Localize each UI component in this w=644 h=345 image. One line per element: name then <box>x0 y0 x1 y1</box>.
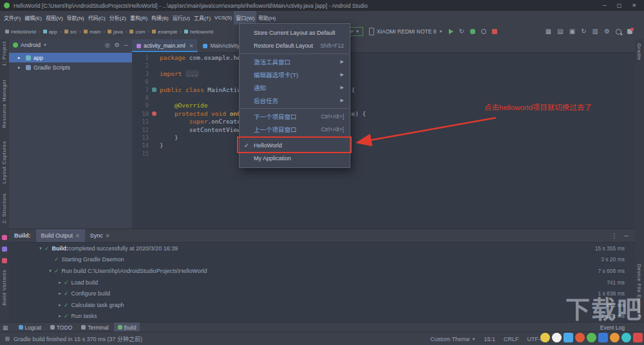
apply-changes-button[interactable]: ↻ <box>459 28 464 35</box>
minimize-button[interactable]: ─ <box>603 3 607 8</box>
device-manager-icon[interactable]: ▤ <box>557 28 563 35</box>
taskbar-app-icon[interactable] <box>610 333 620 342</box>
close-icon[interactable]: ✕ <box>189 43 194 49</box>
menubar-item[interactable]: 分析(Z) <box>108 11 128 24</box>
menu-item-store-current-layout-as-default[interactable]: Store Current Layout as Default <box>240 26 350 39</box>
menu-item--[interactable]: 后台任务▶ <box>240 94 350 107</box>
build-tree-row[interactable]: ▾✓Run build C:\Users\hp\AndroidStudioPro… <box>9 265 635 277</box>
taskbar-app-icon[interactable] <box>575 333 585 342</box>
menubar-item[interactable]: 视图(V) <box>44 11 65 24</box>
build-window-icon[interactable] <box>2 247 7 252</box>
menubar-item[interactable]: 帮助(H) <box>256 11 278 24</box>
avd-manager-icon[interactable]: ▣ <box>569 28 575 35</box>
settings-gear-icon[interactable]: ⚙ <box>604 28 610 35</box>
scope-icon[interactable]: ◎ <box>105 42 110 48</box>
expander-icon[interactable]: ▸ <box>57 303 63 308</box>
breadcrumb-item[interactable]: helloworld <box>190 29 213 35</box>
chevron-right-icon[interactable]: ▸ <box>18 65 23 70</box>
menu-item--[interactable]: 激活工具窗口▶ <box>240 55 350 68</box>
gradle-sync-icon[interactable]: ↻ <box>581 28 586 35</box>
build-tree-row[interactable]: ▾✓Build: completed successfully at 2020/… <box>9 243 635 254</box>
expander-icon[interactable]: ▾ <box>37 246 44 251</box>
menubar-item[interactable]: VCS(S) <box>213 11 234 24</box>
taskbar-app-icon[interactable] <box>587 333 596 342</box>
status-widget[interactable]: CRLF <box>504 336 519 342</box>
breadcrumb-item[interactable]: HelloWorld <box>11 29 36 35</box>
menubar-item[interactable]: 导航(N) <box>65 11 86 24</box>
status-widget[interactable]: Custom Theme▼ <box>430 336 475 342</box>
close-icon[interactable]: ✕ <box>106 233 110 239</box>
project-tree-item[interactable]: ▸app <box>9 53 132 62</box>
toolstrip-tab-build-variants[interactable]: Build Variants <box>1 270 7 306</box>
taskbar-app-icon[interactable] <box>564 333 573 342</box>
close-icon[interactable]: ✕ <box>75 233 80 239</box>
build-tree-row[interactable]: ✓Starting Gradle Daemon3 s 20 ms <box>9 254 635 266</box>
taskbar-app-icon[interactable] <box>540 333 550 342</box>
breadcrumb-item[interactable]: src <box>70 29 77 35</box>
menu-item-restore-default-layout[interactable]: Restore Default LayoutShift+F12 <box>240 39 350 52</box>
expander-icon[interactable]: ▸ <box>57 280 63 285</box>
taskbar-app-icon[interactable] <box>598 333 608 342</box>
tool-window-button-logcat[interactable]: Logcat <box>15 322 46 332</box>
build-tab[interactable]: Sync✕ <box>85 229 115 242</box>
debug-button[interactable] <box>470 29 475 34</box>
stop-button[interactable] <box>492 29 497 34</box>
toolstrip-tab-gradle[interactable]: Gradle <box>636 43 642 61</box>
taskbar-app-icon[interactable] <box>633 333 643 342</box>
device-selector[interactable]: XIAOMI REDMI NOTE 8 ▼ <box>369 28 443 35</box>
chevron-right-icon[interactable]: ▸ <box>18 55 23 61</box>
toolstrip-tab-layout-captures[interactable]: Layout Captures <box>1 141 7 183</box>
tool-window-button-terminal[interactable]: Terminal <box>77 322 112 332</box>
breadcrumb-item[interactable]: main <box>90 29 100 35</box>
toolstrip-tab-2-structure[interactable]: 2: Structure <box>1 193 7 223</box>
menubar-item[interactable]: 工具(T) <box>192 11 213 24</box>
menubar-item[interactable]: 运行(U) <box>171 11 192 24</box>
menu-item--[interactable]: 下一个项目窗口Ctrl+Alt+] <box>240 110 350 123</box>
search-icon[interactable] <box>616 29 621 35</box>
status-widget[interactable]: 15:1 <box>484 336 495 342</box>
tool-window-button-todo[interactable]: TODO <box>46 322 76 332</box>
notifications-icon[interactable] <box>627 29 632 34</box>
toolstrip-tab-resource-manager[interactable]: Resource Manager <box>1 79 7 128</box>
build-tree-row[interactable]: ▸✓Run tasks1 s 71 ms <box>9 311 635 322</box>
build-tree-row[interactable]: ▸✓Configure build1 s 838 ms <box>9 288 635 299</box>
run-button[interactable] <box>449 29 453 34</box>
more-options-icon[interactable]: ⋮ <box>611 232 618 239</box>
breadcrumb-item[interactable]: example <box>158 29 177 35</box>
tool-window-button-build[interactable]: Build <box>114 322 140 332</box>
event-log-button[interactable]: Event Log <box>600 324 641 331</box>
profiler-tab-icon[interactable] <box>2 258 7 263</box>
build-tree-row[interactable]: ▸✓Calculate task graph862 ms <box>9 299 635 311</box>
taskbar-app-icon[interactable] <box>552 333 562 342</box>
menubar-item[interactable]: 编辑(E) <box>23 11 44 24</box>
breadcrumb-item[interactable]: java <box>113 29 123 35</box>
menu-item--t-[interactable]: 编辑器选项卡(T)▶ <box>240 68 350 81</box>
editor-tab[interactable]: activity_main.xml✕ <box>132 39 198 52</box>
sdk-manager-icon[interactable]: ▥ <box>592 28 598 35</box>
toolstrip-tab-1-project[interactable]: 1: Project <box>1 41 7 66</box>
expander-icon[interactable]: ▾ <box>47 268 53 274</box>
hide-panel-icon[interactable]: ─ <box>124 42 128 48</box>
tool-window-switcher-icon[interactable]: ▦ <box>3 324 8 331</box>
layout-inspector-icon[interactable]: ▦ <box>545 28 551 35</box>
build-tree-row[interactable]: ▸✓Load build741 ms <box>9 277 635 288</box>
menubar-item[interactable]: 构建(B) <box>149 11 171 24</box>
menu-item--[interactable]: 上一个项目窗口Ctrl+Alt+[ <box>240 123 350 136</box>
expander-icon[interactable]: ▸ <box>57 291 63 296</box>
favorites-icon[interactable] <box>2 235 7 240</box>
menubar-item[interactable]: 文件(F) <box>2 11 23 24</box>
project-view-mode[interactable]: Android <box>21 42 41 48</box>
settings-gear-icon[interactable]: ⚙ <box>115 42 120 48</box>
menubar-item[interactable]: 窗口(W) <box>234 11 256 24</box>
breadcrumb-item[interactable]: app <box>49 29 57 35</box>
maximize-button[interactable]: ▢ <box>617 3 622 8</box>
taskbar-app-icon[interactable] <box>621 333 631 342</box>
close-button[interactable]: ✕ <box>632 3 636 8</box>
profile-button[interactable] <box>481 29 486 34</box>
menu-item-my-application[interactable]: My Application <box>240 152 350 165</box>
expander-icon[interactable]: ▸ <box>57 313 63 319</box>
menubar-item[interactable]: 重构(R) <box>128 11 149 24</box>
minimize-panel-icon[interactable]: ─ <box>624 232 629 239</box>
menu-item--[interactable]: 通知▶ <box>240 81 350 94</box>
build-tab[interactable]: Build Output✕ <box>36 229 85 242</box>
